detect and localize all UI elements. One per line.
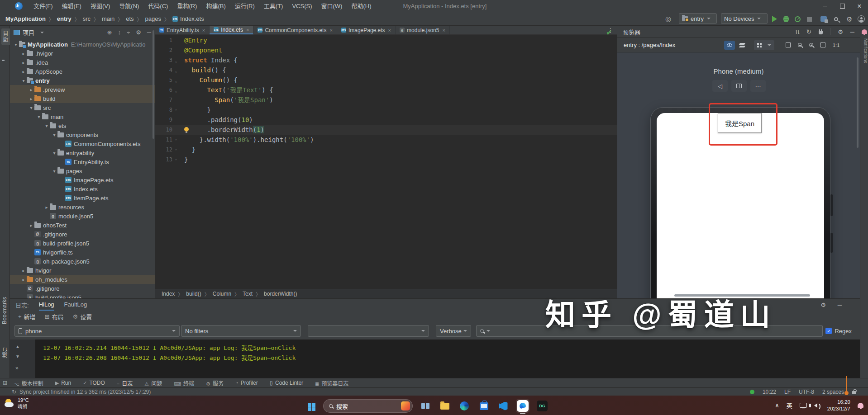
device-filter-dropdown[interactable]: phone xyxy=(14,325,180,337)
hilog-settings-gear-icon[interactable]: ⚙ xyxy=(820,302,826,308)
previewer-settings-gear-icon[interactable]: ⚙ xyxy=(838,28,843,35)
tree-row[interactable]: ∅.gitignore xyxy=(10,284,155,293)
start-button[interactable] xyxy=(308,403,315,411)
code-line[interactable]: 13⌃} xyxy=(155,155,617,165)
editor-breadcrumb-item[interactable]: build() xyxy=(186,291,201,297)
editor-tab[interactable]: {}module.json5× xyxy=(396,26,450,34)
collapse-arrow-icon[interactable]: ▾ xyxy=(51,169,57,174)
device-manager-icon[interactable] xyxy=(820,13,827,25)
log-scroll-down-icon[interactable]: ▼ xyxy=(15,354,20,359)
collapse-arrow-icon[interactable]: ▾ xyxy=(20,78,27,83)
preview-more-button[interactable]: ⋯ xyxy=(750,80,766,92)
tree-row[interactable]: ▾pages xyxy=(10,166,155,175)
tab-close-icon[interactable]: × xyxy=(202,28,205,33)
preview-mode-icon[interactable] xyxy=(724,41,735,50)
notification-center-icon[interactable] xyxy=(858,403,863,408)
collapse-arrow-icon[interactable]: ▾ xyxy=(51,151,57,156)
editor-breadcrumb-item[interactable]: Column xyxy=(213,291,231,297)
project-settings-gear-icon[interactable]: ⚙ xyxy=(136,29,141,36)
tab-close-icon[interactable]: × xyxy=(246,27,249,33)
expand-arrow-icon[interactable]: ▸ xyxy=(20,60,27,65)
log-filter-dropdown[interactable]: No filters xyxy=(181,325,301,337)
expand-all-icon[interactable]: ↕ xyxy=(118,29,121,36)
tree-row[interactable]: {}module.json5 xyxy=(10,212,155,221)
project-tree-scrollbar[interactable] xyxy=(153,30,154,139)
font-scale-icon[interactable]: Tt xyxy=(795,28,799,35)
editor-tab[interactable]: TSEntryAbility.ts× xyxy=(155,26,210,34)
code-line[interactable]: 7 Span('我是Span') xyxy=(155,95,617,105)
code-line[interactable]: 10 .borderWidth(1) xyxy=(155,125,617,135)
module-selector[interactable]: entry xyxy=(679,13,717,24)
code-line[interactable]: 6⌄ Text('我是Text') { xyxy=(155,85,617,95)
expand-arrow-icon[interactable]: ▸ xyxy=(20,268,27,273)
breadcrumb-item[interactable]: Index.ets xyxy=(180,15,204,22)
collapse-arrow-icon[interactable]: ▾ xyxy=(43,123,50,128)
editor-breadcrumb-item[interactable]: borderWidth() xyxy=(264,291,297,297)
tab-close-icon[interactable]: × xyxy=(442,28,445,33)
collapse-arrow-icon[interactable]: ▾ xyxy=(51,132,57,137)
line-ending-indicator[interactable]: LF xyxy=(784,389,791,395)
tool-window-tab-project[interactable]: 项目 xyxy=(1,28,11,45)
tree-row[interactable]: ▾src xyxy=(10,103,155,112)
weather-widget[interactable]: 19°C 晴朗 xyxy=(5,397,29,410)
tree-row[interactable]: ▸.hvigor xyxy=(10,49,155,58)
code-line[interactable]: 12⌃ } xyxy=(155,145,617,155)
file-explorer-button[interactable] xyxy=(438,399,452,413)
menu-item[interactable]: 窗口(W) xyxy=(317,0,347,12)
indent-indicator[interactable]: 2 spaces xyxy=(822,389,844,395)
tree-row[interactable]: {}build-profile.json5 xyxy=(10,239,155,248)
minimize-button[interactable] xyxy=(816,0,834,12)
hilog-tool-button[interactable]: ⊞布局 xyxy=(42,312,67,321)
profiler-button[interactable] xyxy=(795,13,801,25)
notifications-tab[interactable]: Notifications xyxy=(860,38,868,63)
input-method-indicator[interactable]: 英 xyxy=(787,401,792,410)
volume-icon[interactable] xyxy=(814,403,817,408)
intention-bulb-icon[interactable] xyxy=(184,127,189,132)
hilog-tool-button[interactable]: ⚙设置 xyxy=(70,312,95,321)
tab-close-icon[interactable]: × xyxy=(388,28,391,33)
menu-item[interactable]: 文件(F) xyxy=(29,0,57,12)
expand-arrow-icon[interactable]: ▸ xyxy=(20,51,27,56)
menu-item[interactable]: 运行(R) xyxy=(230,0,259,12)
taskbar-clock[interactable]: 16:20 2023/12/7 xyxy=(827,399,850,412)
locate-file-icon[interactable]: ⊕ xyxy=(107,29,112,36)
zoom-out-icon[interactable] xyxy=(798,43,802,47)
menu-item[interactable]: 构建(B) xyxy=(201,0,230,12)
collapse-arrow-icon[interactable]: ▾ xyxy=(13,42,19,47)
expand-arrow-icon[interactable]: ▸ xyxy=(20,277,27,282)
tree-row[interactable]: ETSItemPage.ets xyxy=(10,193,155,203)
process-filter-dropdown[interactable] xyxy=(308,325,429,337)
editor-breadcrumb-item[interactable]: Text xyxy=(243,291,253,297)
editor-breadcrumb-item[interactable]: Index xyxy=(162,291,175,297)
code-line[interactable]: 3⌄struct Index { xyxy=(155,55,617,65)
collapse-all-icon[interactable]: ÷ xyxy=(127,29,130,36)
code-line[interactable]: 1@Entry xyxy=(155,35,617,45)
breadcrumb-item[interactable]: MyApplication xyxy=(5,15,46,22)
code-line[interactable]: 2@Component xyxy=(155,45,617,55)
tree-row[interactable]: ▾entry xyxy=(10,76,155,85)
breadcrumb-item[interactable]: pages xyxy=(145,15,161,22)
plugin-icon[interactable] xyxy=(819,31,823,34)
tree-row[interactable]: ▸oh_modules xyxy=(10,275,155,284)
tree-row[interactable]: ∅.gitignore xyxy=(10,230,155,239)
zoom-in-icon[interactable] xyxy=(809,43,813,47)
tool-window-button[interactable]: ✓TODO xyxy=(83,380,105,386)
expand-arrow-icon[interactable]: ▸ xyxy=(20,69,27,74)
tree-row[interactable]: TSEntryAbility.ts xyxy=(10,157,155,166)
fit-screen-icon[interactable] xyxy=(820,42,825,47)
multi-device-grid-selector[interactable] xyxy=(754,40,774,50)
tool-window-button[interactable]: ≣预览器日志 xyxy=(315,379,348,387)
hilog-tab[interactable]: HiLog xyxy=(39,299,54,311)
preview-split-button[interactable] xyxy=(731,80,747,92)
tree-row[interactable]: ▸build xyxy=(10,94,155,103)
menu-item[interactable]: 编辑(E) xyxy=(57,0,86,12)
tree-row[interactable]: ▾ets xyxy=(10,121,155,130)
menu-item[interactable]: 视图(V) xyxy=(86,0,114,12)
log-scroll-up-icon[interactable]: ▲ xyxy=(15,344,20,349)
tray-expand-icon[interactable]: ∧ xyxy=(775,402,779,409)
menu-item[interactable]: 重构(R) xyxy=(172,0,201,12)
menu-item[interactable]: VCS(S) xyxy=(287,0,316,12)
tree-row[interactable]: ▸.preview xyxy=(10,85,155,94)
hilog-tool-button[interactable]: +新增 xyxy=(15,312,38,321)
close-button[interactable] xyxy=(851,0,868,12)
